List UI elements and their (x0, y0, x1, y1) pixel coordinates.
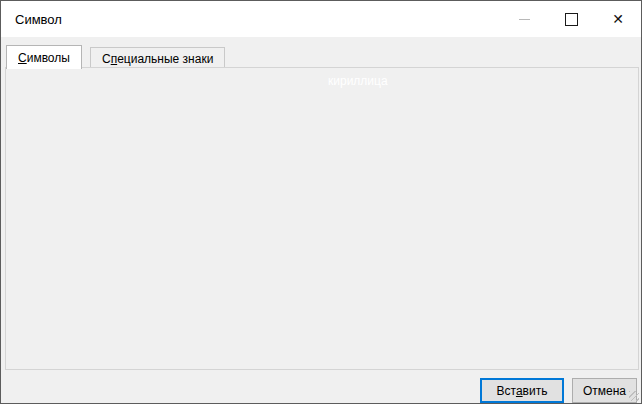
subset-combobox-value: кириллица (328, 74, 388, 88)
resize-grip[interactable] (629, 391, 639, 401)
tab-special-characters[interactable]: Специальные знаки (90, 47, 225, 69)
title-bar: Символ ✕ (1, 1, 641, 37)
tab-symbols[interactable]: Символы (6, 45, 82, 69)
close-button[interactable]: ✕ (598, 1, 638, 37)
close-icon: ✕ (612, 12, 624, 26)
insert-button[interactable]: Вставить (480, 378, 564, 403)
maximize-button[interactable] (551, 1, 591, 37)
cancel-button[interactable]: Отмена (572, 378, 637, 403)
minimize-button[interactable] (504, 1, 544, 37)
minimize-icon (519, 19, 530, 20)
maximize-icon (565, 13, 578, 26)
symbol-dialog: Символ ✕ Символы Специальные знаки Шрифт… (0, 0, 642, 404)
tab-page (5, 67, 639, 370)
window-title: Символ (15, 12, 62, 27)
